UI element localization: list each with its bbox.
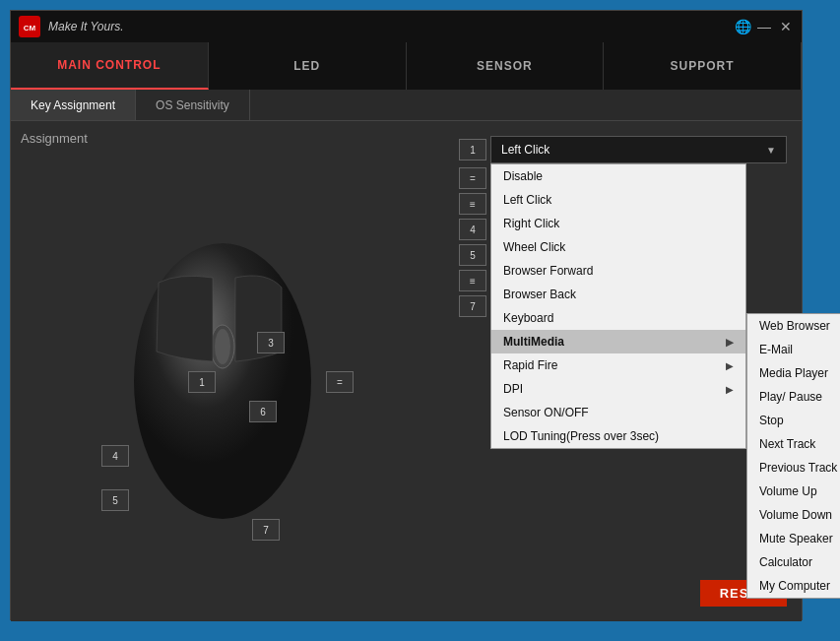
sub-tabs: Key Assignment OS Sensitivity (11, 90, 802, 121)
title-bar-left: CM Make It Yours. (19, 16, 123, 37)
content-area: Assignment (11, 121, 802, 621)
mouse-button-6[interactable]: 6 (249, 401, 277, 422)
dropdown-item-browser-forward[interactable]: Browser Forward (491, 259, 745, 283)
dropdown-selected[interactable]: Left Click ▼ (490, 136, 787, 163)
rapid-fire-arrow-icon: ▶ (726, 360, 734, 371)
tab-led[interactable]: LED (209, 42, 407, 90)
section-label: Assignment (21, 131, 88, 146)
right-panel: 1 Left Click ▼ Disable Left Click Right … (444, 121, 802, 621)
assignment-row-1: 1 Left Click ▼ Disable Left Click Right … (459, 136, 787, 163)
row-icon-4: 4 (459, 219, 486, 240)
dpi-arrow-icon: ▶ (726, 384, 734, 395)
submenu-volume-down[interactable]: Volume Down (747, 503, 840, 527)
dropdown-container: Left Click ▼ Disable Left Click Right Cl… (490, 136, 787, 163)
submenu-web-browser[interactable]: Web Browser (747, 314, 840, 338)
dropdown-item-browser-back[interactable]: Browser Back (491, 283, 745, 306)
tab-support[interactable]: SUPPORT (604, 42, 802, 90)
submenu-volume-up[interactable]: Volume Up (747, 480, 840, 503)
app-window: CM Make It Yours. 🌐 — ✕ MAIN CONTROL LED… (10, 10, 803, 620)
mouse-button-1[interactable]: 1 (188, 371, 216, 393)
mouse-button-5[interactable]: 5 (101, 489, 129, 511)
app-title: Make It Yours. (48, 20, 123, 33)
mouse-button-3[interactable]: 3 (257, 332, 285, 353)
title-bar-controls: 🌐 — ✕ (735, 19, 794, 34)
mouse-button-2[interactable]: = (326, 371, 354, 393)
submenu-play-pause[interactable]: Play/ Pause (747, 385, 840, 409)
row-icon-3: ≡ (459, 193, 486, 215)
svg-text:CM: CM (24, 24, 36, 32)
dropdown-item-keyboard[interactable]: Keyboard (491, 306, 745, 330)
title-bar: CM Make It Yours. 🌐 — ✕ (11, 11, 802, 42)
subtab-os-sensitivity[interactable]: OS Sensitivity (136, 90, 250, 120)
dropdown-item-dpi[interactable]: DPI ▶ (491, 377, 745, 401)
submenu-media-player[interactable]: Media Player (747, 361, 840, 385)
mouse-button-7[interactable]: 7 (252, 519, 280, 541)
dropdown-item-rapid-fire[interactable]: Rapid Fire ▶ (491, 353, 745, 377)
nav-tabs: MAIN CONTROL LED SENSOR SUPPORT (11, 42, 802, 90)
submenu-mute-speaker[interactable]: Mute Speaker (747, 527, 840, 550)
subtab-key-assignment[interactable]: Key Assignment (11, 90, 136, 120)
submenu-next-track[interactable]: Next Track (747, 432, 840, 456)
minimize-button[interactable]: — (756, 19, 772, 34)
row-icon-2: = (459, 167, 486, 189)
mouse-button-4[interactable]: 4 (101, 445, 129, 467)
multimedia-arrow-icon: ▶ (726, 337, 734, 348)
submenu-email[interactable]: E-Mail (747, 338, 840, 361)
submenu-multimedia: Web Browser E-Mail Media Player Play/ Pa… (746, 313, 840, 599)
dropdown-item-sensor-onoff[interactable]: Sensor ON/OFF (491, 401, 745, 424)
close-button[interactable]: ✕ (778, 19, 794, 34)
dropdown-item-multimedia[interactable]: MultiMedia ▶ (491, 330, 745, 353)
row-icon-7: 7 (459, 295, 486, 317)
submenu-my-computer[interactable]: My Computer (747, 574, 840, 598)
mouse-image: 1 = 3 4 5 6 7 (70, 184, 385, 558)
dropdown-item-right-click[interactable]: Right Click (491, 212, 745, 235)
globe-button[interactable]: 🌐 (735, 19, 750, 34)
submenu-stop[interactable]: Stop (747, 409, 840, 432)
dropdown-item-left-click[interactable]: Left Click (491, 188, 745, 212)
row-icon-6: ≡ (459, 270, 486, 291)
svg-point-4 (215, 329, 230, 364)
submenu-calculator[interactable]: Calculator (747, 550, 840, 574)
app-logo: CM (19, 16, 40, 37)
mouse-area: Assignment (11, 121, 444, 621)
dropdown-value: Left Click (501, 143, 549, 157)
dropdown-item-disable[interactable]: Disable (491, 164, 745, 188)
tab-main-control[interactable]: MAIN CONTROL (11, 42, 209, 90)
submenu-previous-track[interactable]: Previous Track (747, 456, 840, 480)
dropdown-item-wheel-click[interactable]: Wheel Click (491, 235, 745, 259)
row-icon-5: 5 (459, 244, 486, 266)
dropdown-arrow-icon: ▼ (766, 145, 776, 156)
dropdown-menu: Disable Left Click Right Click Wheel Cli… (490, 163, 746, 449)
tab-sensor[interactable]: SENSOR (407, 42, 605, 90)
row-icon-1: 1 (459, 139, 486, 160)
dropdown-item-lod[interactable]: LOD Tuning(Press over 3sec) (491, 424, 745, 448)
